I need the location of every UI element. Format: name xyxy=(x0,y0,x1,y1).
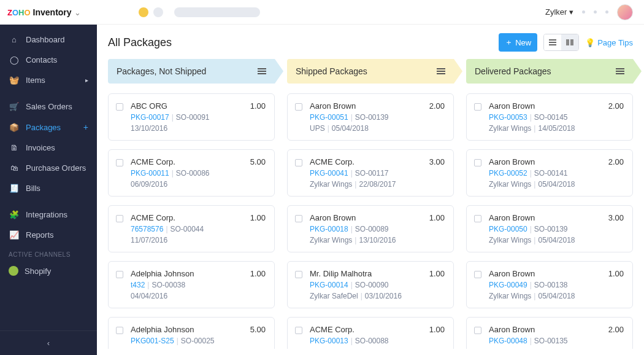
checkbox[interactable] xyxy=(474,271,481,278)
sidebar-item-label: Purchase Orders xyxy=(26,163,86,173)
customer-name: ACME Corp. xyxy=(310,157,424,166)
package-card[interactable]: Aaron Brown PKG-00050|SO-00139 Zylkar Wi… xyxy=(466,205,633,252)
checkbox[interactable] xyxy=(474,215,481,222)
package-link[interactable]: PKG001-S25 xyxy=(131,337,174,345)
bulb-icon: 💡 xyxy=(585,38,595,47)
page-tips-link[interactable]: 💡 Page Tips xyxy=(585,38,633,47)
plus-icon[interactable]: + xyxy=(83,122,88,132)
package-link[interactable]: PKG-00018 xyxy=(310,225,348,233)
package-card[interactable]: Adelphia Johnson PKG001-S25|SO-00025 5.0… xyxy=(108,317,275,349)
package-link[interactable]: 76578576 xyxy=(131,225,163,233)
package-card[interactable]: Aaron Brown PKG-00053|SO-00145 Zylkar Wi… xyxy=(466,93,633,141)
collapse-sidebar-button[interactable]: ‹ xyxy=(0,330,97,355)
sidebar: ZOHO Inventory ⌄ ⌂ Dashboard ◯ Contacts … xyxy=(0,0,97,355)
avatar[interactable] xyxy=(617,4,633,20)
cart-icon: 🛒 xyxy=(9,102,20,111)
package-card[interactable]: Aaron Brown PKG-00048|SO-00135 2.00 xyxy=(466,317,633,349)
checkbox[interactable] xyxy=(295,159,302,166)
sales-order-number: SO-00091 xyxy=(176,113,210,122)
package-card[interactable]: Aaron Brown PKG-00052|SO-00141 Zylkar Wi… xyxy=(466,149,633,197)
checkbox[interactable] xyxy=(116,159,123,166)
sidebar-item-invoices[interactable]: 🗎 Invoices xyxy=(0,138,97,158)
package-link[interactable]: t432 xyxy=(131,281,145,289)
quantity: 3.00 xyxy=(608,213,624,222)
package-link[interactable]: PKG-00053 xyxy=(489,113,527,122)
package-card[interactable]: ABC ORG PKG-00017|SO-00091 13/10/2016 1.… xyxy=(108,93,275,141)
sidebar-item-contacts[interactable]: ◯ Contacts xyxy=(0,50,97,70)
svg-rect-1 xyxy=(549,42,556,43)
sidebar-item-label: Items xyxy=(26,76,45,85)
org-switcher[interactable]: Zylker ▾ xyxy=(545,7,573,17)
customer-name: ABC ORG xyxy=(131,101,245,111)
chevron-down-icon[interactable]: ⌄ xyxy=(74,8,81,17)
sales-order-number: SO-00139 xyxy=(534,225,568,233)
package-link[interactable]: PKG-00041 xyxy=(310,169,348,178)
checkbox[interactable] xyxy=(295,103,302,111)
sidebar-item-integrations[interactable]: 🧩 Integrations xyxy=(0,205,97,225)
svg-rect-0 xyxy=(549,39,556,41)
checkbox[interactable] xyxy=(295,327,302,334)
sidebar-item-label: Invoices xyxy=(26,143,55,152)
package-card[interactable]: Aaron Brown PKG-00051|SO-00139 UPS|05/04… xyxy=(287,93,454,141)
puzzle-icon: 🧩 xyxy=(9,210,20,219)
package-link[interactable]: PKG-00051 xyxy=(310,113,348,122)
package-card[interactable]: ACME Corp. PKG-00041|SO-00117 Zylkar Win… xyxy=(287,149,454,197)
kanban-board: Packages, Not Shipped ABC ORG PKG-00017|… xyxy=(97,59,644,355)
sidebar-item-purchase-orders[interactable]: 🛍 Purchase Orders xyxy=(0,158,97,178)
sidebar-item-dashboard[interactable]: ⌂ Dashboard xyxy=(0,29,97,50)
package-link[interactable]: PKG-00013 xyxy=(310,337,348,345)
column-menu-button[interactable] xyxy=(616,68,624,74)
package-link[interactable]: PKG-00049 xyxy=(489,281,527,289)
checkbox[interactable] xyxy=(295,271,302,278)
sidebar-item-shopify[interactable]: Shopify xyxy=(0,260,97,281)
package-link[interactable]: PKG-00011 xyxy=(131,169,169,178)
package-link[interactable]: PKG-00052 xyxy=(489,169,527,178)
package-card[interactable]: Mr. Dilip Malhotra PKG-00014|SO-00090 Zy… xyxy=(287,261,454,308)
plus-icon: ＋ xyxy=(505,37,513,48)
checkbox[interactable] xyxy=(116,271,123,278)
package-card[interactable]: Adelphia Johnson t432|SO-00038 04/04/201… xyxy=(108,261,275,308)
sales-order-number: SO-00141 xyxy=(534,169,568,178)
sales-order-number: SO-00090 xyxy=(355,281,389,289)
logo[interactable]: ZOHO Inventory ⌄ xyxy=(0,0,97,25)
sidebar-item-sales-orders[interactable]: 🛒 Sales Orders xyxy=(0,96,97,117)
new-button[interactable]: ＋ New xyxy=(499,33,537,52)
card-list: Aaron Brown PKG-00053|SO-00145 Zylkar Wi… xyxy=(466,93,633,349)
package-card[interactable]: ACME Corp. 76578576|SO-00044 11/07/2016 … xyxy=(108,205,275,252)
list-view-button[interactable] xyxy=(544,34,561,50)
svg-rect-2 xyxy=(549,44,556,45)
sales-order-number: SO-00138 xyxy=(534,281,568,289)
quantity: 1.00 xyxy=(250,269,266,278)
customer-name: Adelphia Johnson xyxy=(131,325,245,334)
checkbox[interactable] xyxy=(474,327,481,334)
customer-name: Aaron Brown xyxy=(489,101,604,111)
card-meta: Zylkar Wings|22/08/2017 xyxy=(310,180,424,189)
board-view-button[interactable] xyxy=(561,34,578,50)
checkbox[interactable] xyxy=(295,215,302,222)
checkbox[interactable] xyxy=(116,103,123,111)
sidebar-item-packages[interactable]: 📦 Packages + xyxy=(0,117,97,138)
package-card[interactable]: Aaron Brown PKG-00018|SO-00089 Zylkar Wi… xyxy=(287,205,454,252)
column-header: Delivered Packages xyxy=(466,59,633,84)
package-card[interactable]: ACME Corp. PKG-00013|SO-00088 1.00 xyxy=(287,317,454,349)
sales-order-number: SO-00086 xyxy=(176,169,210,178)
column-menu-button[interactable] xyxy=(437,68,445,74)
checkbox[interactable] xyxy=(474,103,481,111)
checkbox[interactable] xyxy=(116,327,123,334)
checkbox[interactable] xyxy=(474,159,481,166)
sidebar-item-bills[interactable]: 🧾 Bills xyxy=(0,178,97,198)
package-card[interactable]: Aaron Brown PKG-00049|SO-00138 Zylkar Wi… xyxy=(466,261,633,308)
shopify-icon xyxy=(9,266,18,276)
sidebar-item-items[interactable]: 🧺 Items ▸ xyxy=(0,70,97,90)
package-card[interactable]: ACME Corp. PKG-00011|SO-00086 06/09/2016… xyxy=(108,149,275,197)
sidebar-item-label: Reports xyxy=(26,230,54,240)
package-link[interactable]: PKG-00050 xyxy=(489,225,527,233)
package-link[interactable]: PKG-00014 xyxy=(310,281,348,289)
sidebar-item-label: Contacts xyxy=(26,55,57,64)
package-link[interactable]: PKG-00048 xyxy=(489,337,527,345)
checkbox[interactable] xyxy=(116,215,123,222)
column-menu-button[interactable] xyxy=(258,68,266,74)
package-link[interactable]: PKG-00017 xyxy=(131,113,169,122)
sidebar-item-reports[interactable]: 📈 Reports xyxy=(0,225,97,245)
sales-order-number: SO-00025 xyxy=(181,337,215,345)
